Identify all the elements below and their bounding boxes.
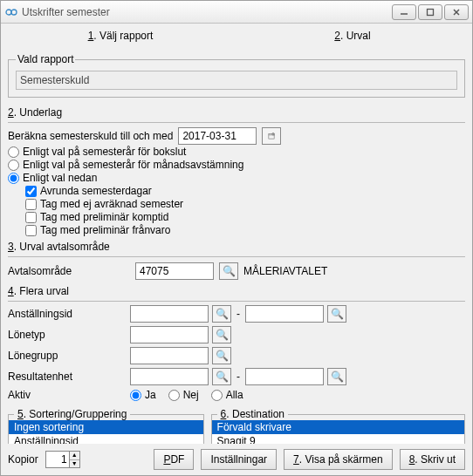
resultatenhet-label: Resultatenhet — [8, 371, 130, 383]
calendar-button[interactable] — [262, 127, 281, 145]
aktiv-alla-label: Alla — [226, 389, 243, 401]
aktiv-ja-label: Ja — [145, 389, 156, 401]
app-window: Utskrifter semester 1. Välj rapport 2. U… — [0, 0, 473, 476]
legend-vald-rapport: Vald rapport — [16, 53, 75, 65]
underlag-title-text: . Underlag — [14, 106, 62, 119]
opt-manadsavst[interactable]: Enligt val på semesterår för månadsavstä… — [8, 159, 243, 171]
underlag-accel: 2 — [8, 106, 14, 119]
avtal-title-text: . Urval avtalsområde — [14, 241, 110, 253]
aktiv-ja[interactable]: Ja — [130, 389, 156, 401]
avtalsomrade-name: MÅLERIAVTALET — [243, 265, 327, 277]
flera-accel: 4 — [8, 285, 14, 297]
group-underlag: Beräkna semesterskuld till och med Enlig… — [8, 126, 465, 237]
resultatenhet-to-lookup[interactable]: 🔍 — [327, 368, 346, 385]
anstallningsid-from-lookup[interactable]: 🔍 — [212, 305, 231, 323]
minimize-button[interactable] — [392, 4, 416, 20]
divider-avtal — [8, 256, 465, 257]
cb-franvaro[interactable]: Tag med preliminär frånvaro — [25, 224, 170, 236]
tab-urval[interactable]: 2. Urval — [240, 26, 465, 45]
opt-bokslut[interactable]: Enligt val på semesterår för bokslut — [8, 146, 186, 158]
legend-destination: 6. Destination — [217, 408, 288, 420]
svg-rect-6 — [269, 133, 274, 139]
group-sortering: 5. Sortering/Gruppering Ingen sortering … — [8, 408, 204, 444]
visa-accel: 7 — [293, 453, 299, 466]
aktiv-alla[interactable]: Alla — [211, 389, 243, 401]
dash: - — [235, 308, 242, 320]
avtal-accel: 3 — [8, 241, 14, 253]
lonegrupp-lookup[interactable]: 🔍 — [212, 347, 231, 364]
divider-underlag — [8, 122, 465, 123]
aktiv-label: Aktiv — [8, 389, 130, 401]
pdf-button[interactable]: PDF — [154, 449, 194, 470]
cb-ej-avraknad-label: Tag med ej avräknad semester — [40, 198, 183, 210]
calc-date-input[interactable] — [178, 127, 257, 145]
cb-franvaro-label: Tag med preliminär frånvaro — [40, 224, 170, 236]
tab2-accel: 2 — [334, 30, 340, 42]
kopior-spinner[interactable]: ▲▼ — [45, 451, 80, 468]
cb-ej-avraknad[interactable]: Tag med ej avräknad semester — [25, 198, 183, 210]
app-icon — [4, 5, 18, 19]
tab2-label: . Urval — [340, 30, 371, 42]
tab1-label: . Välj rapport — [93, 30, 153, 42]
aktiv-nej-label: Nej — [183, 389, 199, 401]
list-item[interactable]: Ingen sortering — [9, 420, 203, 434]
avtalsomrade-input[interactable] — [135, 262, 214, 280]
avtalsomrade-lookup[interactable]: 🔍 — [219, 262, 238, 280]
tab-bar: 1. Välj rapport 2. Urval — [1, 24, 472, 48]
lonegrupp-label: Lönegrupp — [8, 350, 130, 362]
cb-avrunda[interactable]: Avrunda semesterdagar — [25, 185, 152, 197]
spin-up[interactable]: ▲ — [70, 452, 79, 460]
cb-komptid[interactable]: Tag med preliminär komptid — [25, 211, 168, 223]
legend-sortering: 5. Sortering/Gruppering — [14, 408, 130, 420]
dash2: - — [235, 371, 242, 383]
destination-title-text: . Destination — [226, 408, 284, 420]
tab-valj-rapport[interactable]: 1. Välj rapport — [8, 26, 233, 45]
group-flera-urval: Anställningsid 🔍 - 🔍 Lönetyp 🔍 Lönegrupp… — [8, 305, 465, 401]
destination-listbox[interactable]: Förvald skrivare Snagit 9 Send To OneNot… — [212, 420, 464, 444]
window-title: Utskrifter semester — [22, 6, 392, 18]
skrivut-button[interactable]: 8. Skriv ut — [400, 449, 465, 470]
aktiv-nej[interactable]: Nej — [168, 389, 199, 401]
lonetyp-lookup[interactable]: 🔍 — [212, 326, 231, 343]
svg-point-0 — [6, 10, 11, 15]
close-button[interactable] — [444, 4, 469, 20]
list-item[interactable]: Anställningsid — [9, 434, 203, 444]
pdf-rest: DF — [170, 453, 184, 466]
opt-bokslut-label: Enligt val på semesterår för bokslut — [23, 146, 186, 158]
sortering-accel: 5 — [17, 408, 24, 420]
opt-manadsavst-label: Enligt val på semesterår för månadsavstä… — [23, 159, 243, 171]
anstallningsid-label: Anställningsid — [8, 308, 130, 320]
titlebar: Utskrifter semester — [1, 1, 472, 24]
kopior-label: Kopior — [8, 453, 38, 466]
sortering-title-text: . Sortering/Gruppering — [24, 408, 127, 420]
kopior-input[interactable] — [46, 452, 69, 467]
anstallningsid-from[interactable] — [130, 305, 209, 323]
anstallningsid-to[interactable] — [245, 305, 324, 323]
spin-down[interactable]: ▼ — [70, 460, 79, 468]
svg-rect-3 — [428, 9, 434, 15]
resultatenhet-from-lookup[interactable]: 🔍 — [212, 368, 231, 385]
svg-point-1 — [11, 10, 17, 15]
opt-val-nedan[interactable]: Enligt val nedan — [8, 172, 97, 184]
lonetyp-label: Lönetyp — [8, 329, 130, 341]
lonegrupp-input[interactable] — [130, 347, 209, 364]
divider-flera — [8, 301, 465, 302]
group-vald-rapport: Vald rapport — [8, 53, 465, 98]
visa-button[interactable]: 7. Visa på skärmen — [284, 449, 393, 470]
visa-text: . Visa på skärmen — [299, 453, 383, 466]
resultatenhet-from[interactable] — [130, 368, 209, 385]
resultatenhet-to[interactable] — [245, 368, 324, 385]
maximize-button[interactable] — [418, 4, 442, 20]
list-item[interactable]: Förvald skrivare — [212, 420, 464, 434]
cb-komptid-label: Tag med preliminär komptid — [40, 211, 168, 223]
section-flera-title: 4. Flera urval — [8, 285, 465, 297]
installningar-button[interactable]: Inställningar — [201, 449, 277, 470]
anstallningsid-to-lookup[interactable]: 🔍 — [327, 305, 346, 323]
opt-val-nedan-label: Enligt val nedan — [23, 172, 97, 184]
sortering-listbox[interactable]: Ingen sortering Anställningsid Namn Pers… — [9, 420, 203, 444]
section-underlag-title: 2. Underlag — [8, 106, 465, 119]
list-item[interactable]: Snagit 9 — [212, 434, 464, 444]
calc-date-label: Beräkna semesterskuld till och med — [8, 130, 173, 142]
lonetyp-input[interactable] — [130, 326, 209, 343]
section-avtal-title: 3. Urval avtalsområde — [8, 241, 465, 253]
